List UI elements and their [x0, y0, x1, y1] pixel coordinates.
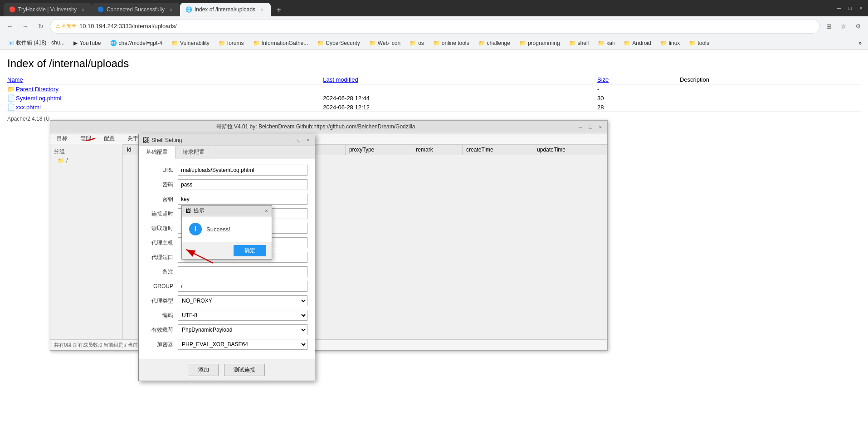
browser-toolbar: ← → ↻ ⚠ 不安全 10.10.194.242:3333/internal/… — [0, 16, 868, 36]
tab-title-3: Index of /internal/uploads — [195, 6, 255, 13]
reload-button[interactable]: ↻ — [34, 20, 47, 33]
file-modified-cell: 2024-06-28 12:44 — [323, 93, 597, 103]
godzilla-titlebar: 哥斯拉 V4.01 by: BeichenDream Github:https:… — [50, 121, 607, 133]
challenge-icon: 📁 — [478, 40, 485, 46]
xxx-link[interactable]: xxx.phtml — [16, 104, 41, 111]
godzilla-title-text: 哥斯拉 V4.01 by: BeichenDream Github:https:… — [54, 123, 577, 131]
bookmarks-more-button[interactable]: » — [856, 39, 864, 47]
table-row: 📄xxx.phtml 2024-06-28 12:12 28 — [7, 103, 861, 112]
browser-titlebar: 🔴 TryHackMe | Vulnversity × 🔵 Connected … — [0, 0, 868, 16]
bookmark-tools[interactable]: 📁 online tools — [429, 39, 473, 47]
bookmark-shell[interactable]: 📁 shell — [566, 39, 593, 47]
tab-close-1[interactable]: × — [79, 6, 87, 13]
file-name-cell: 📄xxx.phtml — [7, 103, 323, 112]
file-modified-cell — [323, 84, 597, 94]
tab-connected[interactable]: 🔵 Connected Successfully × — [92, 3, 180, 16]
menu-config[interactable]: 配置 — [101, 134, 117, 141]
file-desc-cell — [680, 93, 861, 103]
minimize-button[interactable]: ─ — [835, 5, 843, 12]
page-content: Index of /internal/uploads Name Last mod… — [0, 50, 868, 129]
table-row: 📄SystemLog.phtml 2024-06-28 12:44 30 — [7, 93, 861, 103]
godzilla-menubar: 目标 管理 配置 关于 插件 — [50, 133, 607, 141]
bookmark-youtube[interactable]: ▶ YouTube — [70, 39, 104, 47]
bookmark-vuln[interactable]: 📁 Vulnerability — [168, 39, 213, 47]
dialog-maximize-btn[interactable]: □ — [296, 137, 302, 141]
parent-dir-link[interactable]: Parent Directory — [16, 86, 59, 93]
translate-icon[interactable]: ⊞ — [823, 20, 835, 33]
bookmark-label-toolslist: tools — [697, 40, 709, 46]
file-size-cell: 28 — [597, 103, 680, 112]
dialog-icon: 🖼 — [142, 137, 149, 141]
folder-icon: 📁 — [7, 85, 15, 93]
bookmark-label-shell: shell — [578, 40, 589, 46]
file-desc-cell — [680, 84, 861, 94]
tab-favicon-2: 🔵 — [98, 6, 104, 13]
new-tab-button[interactable]: + — [273, 4, 285, 16]
bookmark-label-forums: forums — [227, 40, 244, 46]
webcon-icon: 📁 — [369, 40, 376, 46]
dialog-minimize-btn[interactable]: ─ — [287, 137, 293, 141]
inbox-icon: 📧 — [7, 40, 14, 46]
tab-favicon-1: 🔴 — [9, 6, 15, 13]
tab-index[interactable]: 🌐 Index of /internal/uploads × — [180, 3, 271, 16]
bookmark-programming[interactable]: 📁 programming — [516, 39, 564, 47]
bookmark-android[interactable]: 📁 Android — [620, 39, 654, 47]
bookmark-linux[interactable]: 📁 linux — [657, 39, 684, 47]
bookmark-webcon[interactable]: 📁 Web_con — [366, 39, 404, 47]
settings-icon[interactable]: ⚙ — [852, 20, 864, 33]
bookmark-inbox[interactable]: 📧 收件箱 (418) - shu... — [4, 38, 68, 48]
bookmark-forums[interactable]: 📁 forums — [215, 39, 248, 47]
menu-target[interactable]: 目标 — [54, 134, 70, 141]
bookmark-challenge[interactable]: 📁 challenge — [475, 39, 514, 47]
bookmark-infogather[interactable]: 📁 InformationGathe... — [249, 39, 312, 47]
dialog-titlebar: 🖼 Shell Setting ─ □ × — [139, 134, 315, 141]
bookmark-toolslist[interactable]: 📁 tools — [685, 39, 712, 47]
dialog-titlebar-controls: ─ □ × — [287, 137, 311, 141]
address-text: 10.10.194.242:3333/internal/uploads/ — [79, 23, 814, 29]
bookmark-label-vuln: Vulnerability — [180, 40, 210, 46]
systemlog-link[interactable]: SystemLog.phtml — [16, 95, 61, 102]
col-size-header[interactable]: Size — [597, 75, 680, 84]
address-bar[interactable]: ⚠ 不安全 10.10.194.242:3333/internal/upload… — [50, 19, 820, 34]
godzilla-close-btn[interactable]: × — [597, 124, 604, 130]
menu-manage[interactable]: 管理 — [78, 134, 94, 141]
godzilla-title-controls: ─ □ × — [577, 124, 604, 130]
bookmarks-bar: 📧 收件箱 (418) - shu... ▶ YouTube 🌐 chat?mo… — [0, 36, 868, 50]
bookmark-label-android: Android — [632, 40, 651, 46]
cybersec-icon: 📁 — [317, 40, 324, 46]
gpt4-icon: 🌐 — [110, 40, 117, 46]
forward-button[interactable]: → — [19, 20, 32, 33]
godzilla-maximize-btn[interactable]: □ — [587, 124, 594, 130]
tab-tryhackme[interactable]: 🔴 TryHackMe | Vulnversity × — [4, 3, 92, 16]
bookmark-label-os: os — [418, 40, 424, 46]
file-size-cell: - — [597, 84, 680, 94]
bookmark-label-infogather: InformationGathe... — [262, 40, 308, 46]
bookmark-gpt4[interactable]: 🌐 chat?model=gpt-4 — [107, 39, 166, 47]
bookmark-os[interactable]: 📁 os — [406, 39, 428, 47]
vuln-folder-icon: 📁 — [171, 40, 178, 46]
file-desc-cell — [680, 103, 861, 112]
kali-icon: 📁 — [598, 40, 605, 46]
forums-icon: 📁 — [219, 40, 225, 46]
toolslist-icon: 📁 — [689, 40, 696, 46]
tab-close-2[interactable]: × — [167, 6, 175, 13]
bookmark-cybersec[interactable]: 📁 CyberSecurity — [313, 39, 363, 47]
col-modified-header[interactable]: Last modified — [323, 75, 597, 84]
bookmark-icon[interactable]: ☆ — [837, 20, 850, 33]
bookmark-label-tools: online tools — [442, 40, 469, 46]
tab-title-1: TryHackMe | Vulnversity — [18, 6, 77, 13]
tab-close-3[interactable]: × — [258, 6, 265, 13]
bookmark-label-gpt4: chat?model=gpt-4 — [119, 40, 162, 46]
file-name-cell: 📄SystemLog.phtml — [7, 93, 323, 103]
godzilla-minimize-btn[interactable]: ─ — [577, 124, 584, 130]
dialog-close-btn[interactable]: × — [305, 137, 311, 141]
col-name-header[interactable]: Name — [7, 75, 323, 84]
file-modified-cell: 2024-06-28 12:12 — [323, 103, 597, 112]
maximize-button[interactable]: □ — [846, 5, 853, 12]
toolbar-icons: ⊞ ☆ ⚙ — [823, 20, 864, 33]
back-button[interactable]: ← — [4, 20, 16, 33]
youtube-icon: ▶ — [73, 40, 78, 46]
bookmark-kali[interactable]: 📁 kali — [594, 39, 618, 47]
linux-icon: 📁 — [660, 40, 667, 46]
close-button[interactable]: × — [857, 5, 864, 12]
